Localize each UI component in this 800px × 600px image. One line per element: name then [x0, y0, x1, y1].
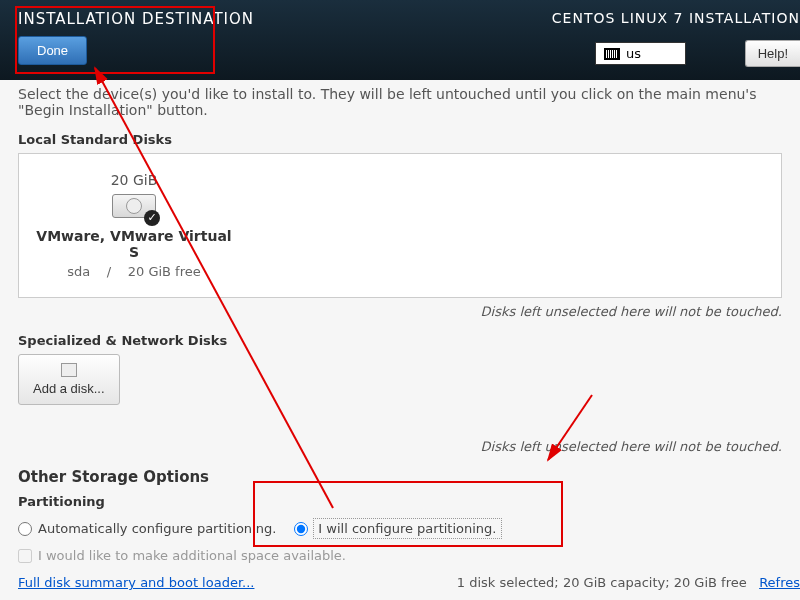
disk-name: VMware, VMware Virtual S: [29, 228, 239, 260]
keyboard-layout-indicator[interactable]: us: [595, 42, 686, 65]
disk-size: 20 GiB: [29, 172, 239, 188]
additional-space-input: [18, 549, 32, 563]
radio-manual-input[interactable]: [294, 522, 308, 536]
local-disks-panel: 20 GiB ✓ VMware, VMware Virtual S sda / …: [18, 153, 782, 298]
intro-text: Select the device(s) you'd like to insta…: [18, 86, 782, 118]
local-disks-label: Local Standard Disks: [18, 132, 782, 147]
radio-auto-label: Automatically configure partitioning.: [38, 521, 276, 536]
network-disks-label: Specialized & Network Disks: [18, 333, 782, 348]
network-disks-note: Disks left unselected here will not be t…: [18, 439, 782, 454]
footer-status: 1 disk selected; 20 GiB capacity; 20 GiB…: [457, 575, 800, 590]
done-button[interactable]: Done: [18, 36, 87, 65]
add-disk-icon: [61, 363, 77, 377]
hard-drive-icon: ✓: [112, 194, 156, 222]
add-disk-button[interactable]: Add a disk...: [18, 354, 120, 405]
keyboard-layout-text: us: [626, 46, 641, 61]
check-icon: ✓: [144, 210, 160, 226]
additional-space-checkbox[interactable]: I would like to make additional space av…: [18, 548, 782, 563]
radio-manual-partition[interactable]: I will configure partitioning.: [294, 519, 500, 538]
full-disk-summary-link[interactable]: Full disk summary and boot loader...: [18, 575, 254, 590]
product-title: CENTOS LINUX 7 INSTALLATION: [552, 10, 800, 26]
help-button[interactable]: Help!: [745, 40, 800, 67]
radio-auto-partition[interactable]: Automatically configure partitioning.: [18, 521, 276, 536]
additional-space-label: I would like to make additional space av…: [38, 548, 346, 563]
add-disk-label: Add a disk...: [33, 381, 105, 396]
footer-bar: Full disk summary and boot loader... 1 d…: [18, 575, 800, 590]
partitioning-label: Partitioning: [18, 494, 782, 509]
refresh-link[interactable]: Refres: [759, 575, 800, 590]
header-bar: INSTALLATION DESTINATION Done CENTOS LIN…: [0, 0, 800, 80]
disk-item[interactable]: 20 GiB ✓ VMware, VMware Virtual S sda / …: [29, 172, 239, 279]
partitioning-options: Automatically configure partitioning. I …: [18, 519, 782, 538]
radio-manual-label: I will configure partitioning.: [314, 519, 500, 538]
radio-auto-input[interactable]: [18, 522, 32, 536]
storage-options-title: Other Storage Options: [18, 468, 782, 486]
keyboard-icon: [604, 48, 620, 60]
main-content: Select the device(s) you'd like to insta…: [0, 80, 800, 563]
disk-subtext: sda / 20 GiB free: [29, 264, 239, 279]
local-disks-note: Disks left unselected here will not be t…: [18, 304, 782, 319]
